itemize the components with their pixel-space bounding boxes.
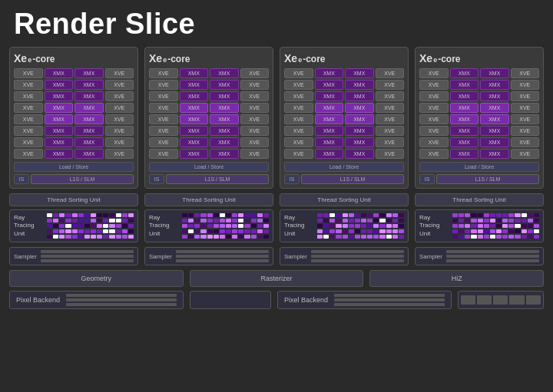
xve-cell: XMX: [315, 80, 344, 90]
sampler-bar: [446, 250, 539, 253]
sampler-bar: [176, 259, 269, 262]
xve-cell: XMX: [180, 103, 209, 113]
xve-row: XVEXMXXMXXVE: [14, 137, 134, 147]
xve-grid-1: XVEXMXXMXXVEXVEXMXXMXXVEXVEXMXXMXXVEXVEX…: [14, 68, 134, 159]
xve-row: XVEXMXXMXXVE: [419, 103, 539, 113]
xve-cell: XVE: [419, 80, 449, 90]
rt-bars: [182, 213, 269, 239]
l1s-cell: L1S / SLM: [31, 174, 134, 184]
xve-cell: XMX: [75, 137, 104, 147]
thread-sort-bar: Thread Sorting Unit: [144, 193, 273, 206]
sampler-bar: [446, 259, 539, 262]
xve-cell: XMX: [45, 126, 74, 136]
xve-cell: XMX: [480, 91, 509, 101]
xve-cell: XVE: [419, 126, 449, 136]
xve-cell: XMX: [75, 80, 104, 90]
xve-cell: XVE: [105, 68, 134, 78]
xve-row: XVEXMXXMXXVE: [419, 68, 539, 78]
xve-cell: XMX: [345, 137, 374, 147]
xve-cell: XVE: [240, 149, 270, 159]
l1s-cell: L1S / SLM: [301, 174, 404, 184]
ray-tracing-block: RayTracingUnit: [280, 209, 409, 242]
xve-cell: XVE: [284, 149, 313, 159]
xve-grid-2: XVEXMXXMXXVEXVEXMXXMXXVEXVEXMXXMXXVEXVEX…: [149, 68, 269, 159]
xve-cell: XMX: [45, 80, 74, 90]
xve-cell: XVE: [284, 126, 313, 136]
sampler-label: Sampler: [284, 253, 307, 260]
xve-row: XVEXMXXMXXVE: [284, 68, 404, 78]
ray-tracing-block: RayTracingUnit: [9, 209, 138, 242]
ray-tracing-block: RayTracingUnit: [144, 209, 273, 242]
xve-cell: XVE: [511, 103, 540, 113]
xve-cell: XMX: [210, 137, 239, 147]
xve-cell: XVE: [419, 91, 449, 101]
xve-cell: XMX: [345, 126, 374, 136]
xve-cell: XVE: [376, 114, 405, 124]
is-l1s-row: ISL1S / SLM: [284, 174, 404, 184]
hiz-block: HiZ: [369, 270, 544, 287]
sampler-bar: [41, 255, 134, 258]
xve-cell: XMX: [45, 68, 74, 78]
xve-row: XVEXMXXMXXVE: [149, 91, 269, 101]
l1s-cell: L1S / SLM: [436, 174, 539, 184]
sampler-block-4: Sampler: [415, 247, 544, 265]
l1s-cell: L1S / SLM: [166, 174, 269, 184]
xve-cell: XMX: [45, 149, 74, 159]
pixel-backend-row: Pixel BackendPixel Backend: [9, 291, 544, 309]
xve-cell: XMX: [45, 91, 74, 101]
xve-cell: XMX: [345, 91, 374, 101]
xve-row: XVEXMXXMXXVE: [419, 91, 539, 101]
sampler-bar: [41, 259, 134, 262]
xve-cell: XMX: [180, 68, 209, 78]
xve-cell: XMX: [450, 103, 479, 113]
xve-cell: XMX: [450, 137, 479, 147]
xve-cell: XVE: [284, 137, 313, 147]
xve-cell: XVE: [149, 103, 178, 113]
xve-cell: XVE: [240, 114, 270, 124]
xve-row: XVEXMXXMXXVE: [149, 68, 269, 78]
xve-cell: XMX: [315, 137, 344, 147]
xve-cell: XVE: [511, 149, 540, 159]
xve-row: XVEXMXXMXXVE: [419, 137, 539, 147]
xve-cell: XVE: [376, 126, 405, 136]
xe-core-title-3: Xee-core: [284, 52, 404, 64]
xve-cell: XVE: [376, 68, 405, 78]
xve-cell: XVE: [149, 126, 178, 136]
sampler-bar: [311, 259, 404, 262]
xve-cell: XMX: [180, 149, 209, 159]
xve-cell: XVE: [284, 103, 313, 113]
xve-cell: XMX: [480, 103, 509, 113]
xve-cell: XVE: [14, 103, 43, 113]
xve-row: XVEXMXXMXXVE: [284, 103, 404, 113]
is-cell: IS: [14, 174, 29, 184]
pixel-backend-2: Pixel Backend: [277, 291, 452, 309]
pixel-bar-2: [334, 294, 445, 297]
xve-cell: XVE: [511, 80, 540, 90]
xve-cell: XVE: [419, 114, 449, 124]
xve-cell: XMX: [210, 149, 239, 159]
xve-row: XVEXMXXMXXVE: [14, 149, 134, 159]
pixel-backend-label-2: Pixel Backend: [284, 296, 328, 304]
xve-cell: XMX: [480, 114, 509, 124]
xve-row: XVEXMXXMXXVE: [284, 137, 404, 147]
xve-cell: XMX: [210, 114, 239, 124]
rt-label: RayTracingUnit: [284, 214, 313, 238]
xe-core-3: Xee-coreXVEXMXXMXXVEXVEXMXXMXXVEXVEXMXXM…: [280, 47, 409, 189]
xve-cell: XVE: [240, 68, 270, 78]
xve-cell: XVE: [511, 126, 540, 136]
xe-core-4: Xee-coreXVEXMXXMXXVEXVEXMXXMXXVEXVEXMXXM…: [415, 47, 544, 189]
xve-cell: XMX: [210, 91, 239, 101]
xe-core-title-4: Xee-core: [419, 52, 539, 64]
sampler-block-3: Sampler: [280, 247, 409, 265]
xve-cell: XMX: [180, 137, 209, 147]
pixel-bar: [66, 294, 177, 297]
ray-tracing-block: RayTracingUnit: [415, 209, 544, 242]
xve-row: XVEXMXXMXXVE: [14, 114, 134, 124]
rt-label: RayTracingUnit: [419, 214, 449, 238]
pixel-backend-1: Pixel Backend: [9, 291, 184, 309]
xve-cell: XVE: [149, 80, 178, 90]
xve-cell: XMX: [180, 114, 209, 124]
xe-core-title-1: Xee-core: [14, 52, 134, 64]
is-l1s-row: ISL1S / SLM: [149, 174, 269, 184]
xve-cell: XMX: [75, 126, 104, 136]
